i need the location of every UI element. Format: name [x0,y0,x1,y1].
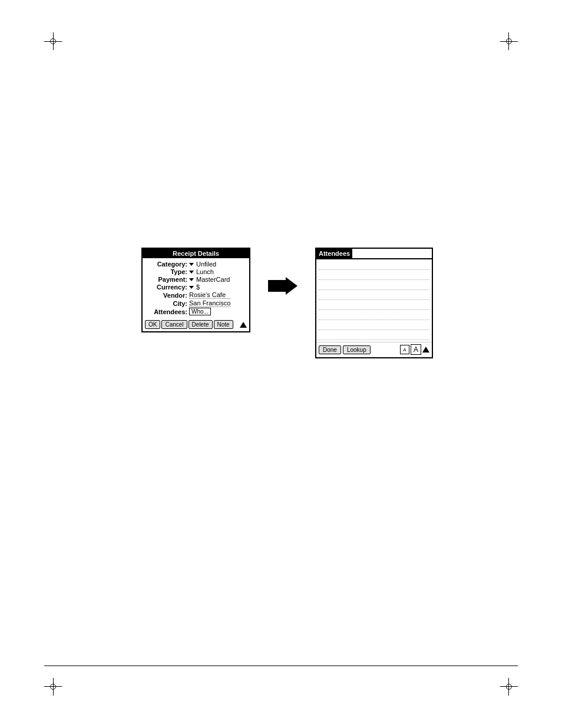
done-button[interactable]: Done [319,345,341,354]
currency-label: Currency: [146,284,187,291]
city-row: City: San Francisco [146,299,246,307]
font-large-button[interactable]: A [411,344,421,355]
font-small-button[interactable]: A [400,345,409,354]
attendee-line-1 [319,261,429,270]
arrow-container [268,248,297,295]
delete-button[interactable]: Delete [189,320,213,329]
payment-dropdown-icon[interactable] [189,278,194,281]
attendees-label: Attendees: [146,308,187,315]
vendor-value: Rosie's Cafe [189,291,230,299]
receipt-buttons: OK Cancel Delete Note [143,318,249,331]
scroll-up-icon[interactable] [240,322,247,328]
attendee-line-4 [319,291,429,300]
attendee-line-5 [319,301,429,310]
payment-value: MasterCard [189,276,230,283]
attendees-buttons: Done Lookup A A [316,342,432,357]
corner-mark-tr [494,32,518,56]
receipt-body: Category: Unfiled Type: Lunch Payment: M… [143,258,249,318]
city-value: San Francisco [189,299,230,307]
attendees-header: Attendees [316,249,352,258]
corner-mark-br [494,672,518,696]
currency-dropdown-icon[interactable] [189,286,194,289]
svg-marker-0 [268,277,297,295]
attendees-header-right [352,249,432,258]
attendees-row: Attendees: Who... [146,308,246,315]
payment-label: Payment: [146,276,187,283]
category-label: Category: [146,261,187,268]
font-size-controls: A A [400,344,429,355]
bottom-rule [44,666,518,666]
receipt-header: Receipt Details [143,249,249,258]
city-label: City: [146,300,187,307]
lookup-button[interactable]: Lookup [343,345,371,354]
navigation-arrow [268,277,297,295]
type-row: Type: Lunch [146,268,246,275]
category-dropdown-icon[interactable] [189,263,194,266]
attendees-header-row: Attendees [316,249,432,259]
type-value: Lunch [189,268,214,275]
main-content: Receipt Details Category: Unfiled Type: … [141,248,433,358]
ok-button[interactable]: OK [145,320,160,329]
attendee-line-2 [319,271,429,280]
type-dropdown-icon[interactable] [189,271,194,274]
currency-row: Currency: $ [146,284,246,291]
note-button[interactable]: Note [214,320,233,329]
attendee-line-8 [319,331,429,340]
payment-row: Payment: MasterCard [146,276,246,283]
attendee-line-6 [319,311,429,320]
type-label: Type: [146,268,187,275]
attendees-lines [316,259,432,342]
attendees-scroll-up-icon[interactable] [422,347,429,353]
corner-mark-bl [44,672,68,696]
vendor-label: Vendor: [146,292,187,299]
attendee-line-3 [319,281,429,290]
currency-value: $ [189,284,200,291]
cancel-button[interactable]: Cancel [161,320,187,329]
receipt-panel: Receipt Details Category: Unfiled Type: … [141,248,250,332]
attendee-line-7 [319,321,429,330]
category-row: Category: Unfiled [146,261,246,268]
vendor-row: Vendor: Rosie's Cafe [146,291,246,299]
category-value: Unfiled [189,261,216,268]
attendees-value: Who... [189,308,211,315]
corner-mark-tl [44,32,68,56]
attendees-panel: Attendees Done Lookup A A [315,248,433,358]
